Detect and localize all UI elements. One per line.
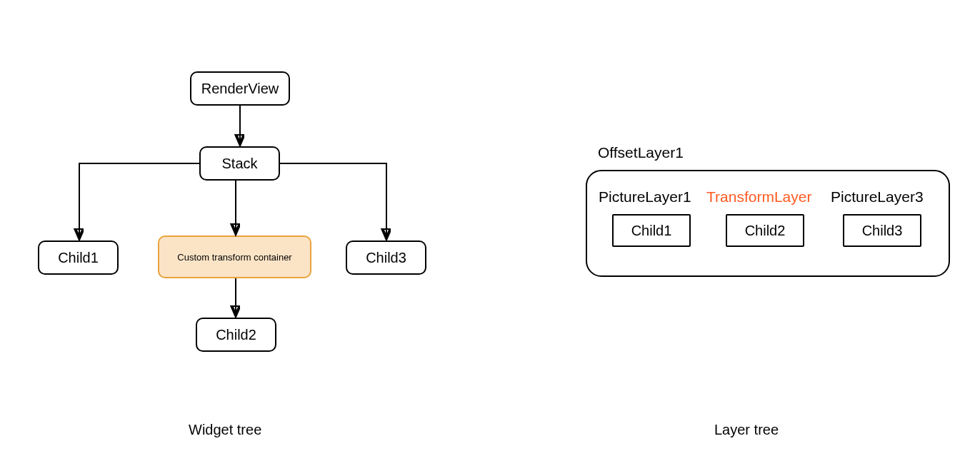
- layerbox-child1: Child1: [612, 214, 691, 247]
- caption-layer-tree-label: Layer tree: [714, 422, 779, 437]
- layerbox-child1-label: Child1: [631, 223, 672, 239]
- layerbox-child2: Child2: [726, 214, 804, 247]
- caption-layer-tree: Layer tree: [714, 422, 779, 438]
- label-transformlayer-text: TransformLayer: [706, 188, 811, 205]
- layer-offset-header: OffsetLayer1: [598, 144, 684, 161]
- layerbox-child2-label: Child2: [745, 223, 786, 239]
- label-picturelayer3-text: PictureLayer3: [831, 188, 924, 205]
- label-picturelayer1: PictureLayer1: [599, 188, 691, 206]
- label-picturelayer3: PictureLayer3: [831, 188, 924, 206]
- caption-widget-tree: Widget tree: [189, 422, 261, 438]
- layerbox-child3: Child3: [843, 214, 921, 247]
- label-transformlayer: TransformLayer: [706, 188, 811, 206]
- layer-offset-header-label: OffsetLayer1: [598, 144, 684, 161]
- caption-widget-tree-label: Widget tree: [189, 422, 261, 437]
- label-picturelayer1-text: PictureLayer1: [599, 188, 691, 205]
- layerbox-child3-label: Child3: [862, 223, 903, 239]
